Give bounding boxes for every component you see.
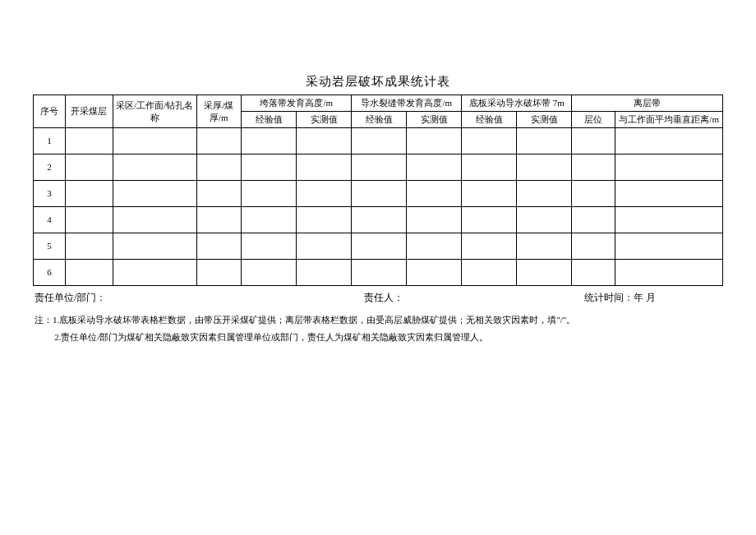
cell	[572, 155, 615, 181]
cell	[572, 128, 615, 155]
col-dsx-mea: 实测值	[407, 112, 462, 128]
cell-seq: 3	[34, 181, 66, 207]
cell	[572, 260, 615, 286]
cell	[352, 181, 407, 207]
cell	[407, 155, 462, 181]
cell	[113, 233, 196, 260]
col-thickness: 采厚/煤厚/m	[196, 95, 242, 128]
footer-time-value: 年 月	[634, 292, 656, 303]
cell	[113, 128, 196, 155]
table-row: 2	[34, 155, 723, 181]
col-db-exp: 经验值	[462, 112, 517, 128]
cell-seq: 5	[34, 233, 66, 260]
cell	[407, 128, 462, 155]
cell	[196, 181, 242, 207]
cell	[407, 260, 462, 286]
cell	[196, 155, 242, 181]
table-row: 4	[34, 207, 723, 233]
cell	[517, 233, 572, 260]
col-group-kl: 垮落带发育高度/m	[242, 95, 352, 112]
cell	[65, 260, 113, 286]
cell	[242, 260, 297, 286]
cell	[517, 155, 572, 181]
cell	[615, 260, 723, 286]
cell	[196, 260, 242, 286]
footer-row: 责任单位/部门： 责任人： 统计时间：年 月	[33, 291, 723, 305]
footer-person: 责任人：	[364, 291, 584, 305]
cell	[297, 155, 352, 181]
note-2: 2.责任单位/部门为煤矿相关隐蔽致灾因素归属管理单位或部门，责任人为煤矿相关隐蔽…	[35, 329, 721, 346]
cell-seq: 4	[34, 207, 66, 233]
cell	[65, 128, 113, 155]
cell	[352, 233, 407, 260]
cell	[462, 181, 517, 207]
cell	[352, 155, 407, 181]
cell	[65, 181, 113, 207]
cell	[113, 260, 196, 286]
table-row: 5	[34, 233, 723, 260]
cell	[297, 181, 352, 207]
cell	[615, 181, 723, 207]
cell-seq: 2	[34, 155, 66, 181]
col-db-mea: 实测值	[517, 112, 572, 128]
col-dsx-exp: 经验值	[352, 112, 407, 128]
notes: 1.底板采动导水破坏带表格栏数据，由带压开采煤矿提供；离层带表格栏数据，由受高层…	[33, 311, 723, 346]
col-area: 采区/工作面/钻孔名称	[113, 95, 196, 128]
cell	[572, 181, 615, 207]
cell	[65, 207, 113, 233]
cell	[352, 128, 407, 155]
footer-unit: 责任单位/部门：	[35, 291, 364, 305]
col-group-dsx: 导水裂缝带发育高度/m	[352, 95, 462, 112]
note-1: 1.底板采动导水破坏带表格栏数据，由带压开采煤矿提供；离层带表格栏数据，由受高层…	[35, 311, 721, 329]
col-kl-mea: 实测值	[297, 112, 352, 128]
cell	[615, 207, 723, 233]
col-dist: 与工作面平均垂直距离/m	[615, 112, 723, 128]
cell	[297, 233, 352, 260]
cell	[572, 207, 615, 233]
cell	[242, 233, 297, 260]
cell-seq: 6	[34, 260, 66, 286]
footer-time-label: 统计时间：	[584, 292, 634, 303]
cell	[517, 207, 572, 233]
cell	[242, 181, 297, 207]
table-row: 1	[34, 128, 723, 155]
cell	[196, 128, 242, 155]
cell-seq: 1	[34, 128, 66, 155]
cell	[517, 181, 572, 207]
cell	[572, 233, 615, 260]
cell	[462, 155, 517, 181]
cell	[615, 233, 723, 260]
cell	[462, 260, 517, 286]
header-row-1: 序号 开采煤层 采区/工作面/钻孔名称 采厚/煤厚/m 垮落带发育高度/m 导水…	[34, 95, 723, 112]
col-cengwei: 层位	[572, 112, 615, 128]
footer-time: 统计时间：年 月	[584, 291, 721, 305]
cell	[65, 233, 113, 260]
cell	[352, 207, 407, 233]
col-group-db: 底板采动导水破坏带 7m	[462, 95, 572, 112]
page-title: 采动岩层破坏成果统计表	[33, 74, 723, 90]
cell	[407, 233, 462, 260]
cell	[113, 155, 196, 181]
col-seam: 开采煤层	[65, 95, 113, 128]
cell	[517, 260, 572, 286]
cell	[242, 207, 297, 233]
cell	[242, 128, 297, 155]
col-kl-exp: 经验值	[242, 112, 297, 128]
cell	[352, 260, 407, 286]
cell	[462, 233, 517, 260]
cell	[113, 181, 196, 207]
table-row: 3	[34, 181, 723, 207]
cell	[407, 181, 462, 207]
col-seq: 序号	[34, 95, 66, 128]
cell	[615, 155, 723, 181]
cell	[65, 155, 113, 181]
cell	[615, 128, 723, 155]
cell	[297, 260, 352, 286]
stats-table: 序号 开采煤层 采区/工作面/钻孔名称 采厚/煤厚/m 垮落带发育高度/m 导水…	[33, 95, 723, 286]
cell	[196, 233, 242, 260]
cell	[517, 128, 572, 155]
cell	[462, 128, 517, 155]
cell	[113, 207, 196, 233]
table-row: 6	[34, 260, 723, 286]
col-group-lc: 离层带	[572, 95, 723, 112]
